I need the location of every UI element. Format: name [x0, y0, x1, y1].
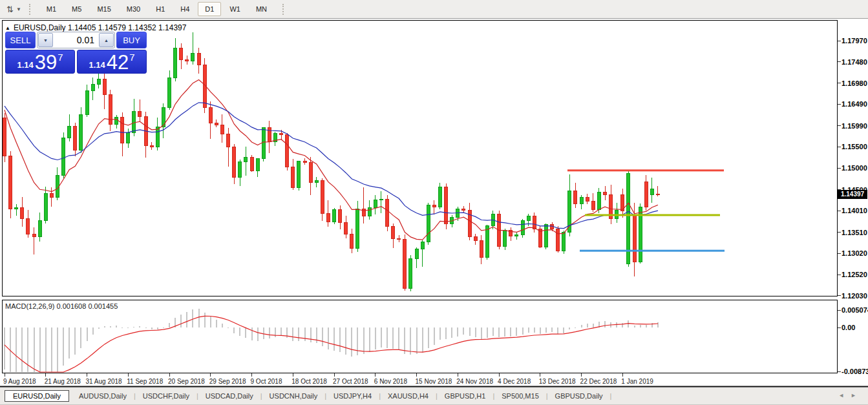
timeframe-button-H4[interactable]: H4	[173, 2, 196, 16]
sell-price-pip: 7	[58, 52, 63, 63]
buy-price-box[interactable]: 1.14 42 7	[77, 50, 147, 74]
tab-gbpusd-h1[interactable]: GBPUSD,H1	[438, 390, 492, 402]
sell-price-main: 39	[35, 53, 57, 72]
chart-tab-bar: EURUSD,DailyAUDUSD,Daily|USDCHF,Daily|US…	[0, 388, 868, 405]
arrows-icon: ⇅	[6, 5, 14, 14]
top-toolbar: ⇅ ▼ M1M5M15M30H1H4D1W1MN	[0, 0, 868, 19]
tab-separator: |	[134, 392, 136, 400]
sell-price-box[interactable]: 1.14 39 7	[5, 50, 75, 74]
sell-button[interactable]: SELL	[5, 32, 36, 48]
timeframe-button-M15[interactable]: M15	[90, 2, 118, 16]
buy-price-pip: 7	[129, 52, 134, 63]
tab-separator: |	[492, 392, 494, 400]
tab-gbpusd-daily[interactable]: GBPUSD,Daily	[549, 390, 609, 402]
tab-separator: |	[546, 392, 548, 400]
tab-usdjpy-h4[interactable]: USDJPY,H4	[327, 390, 378, 402]
macd-indicator-label: MACD(12,26,9) 0.001608 0.001455	[5, 302, 118, 310]
mt4-window: { "toolbar": { "chart_shift_icon": "arro…	[0, 0, 868, 405]
tab-scroll-right-icon[interactable]: ►	[851, 392, 863, 399]
tab-separator: |	[196, 392, 198, 400]
hline-support-blue[interactable]	[580, 250, 725, 252]
caret-down-icon: ▼	[43, 38, 48, 43]
collapse-chart-arrow-icon[interactable]: ▲	[5, 25, 10, 31]
tab-sp500-m15[interactable]: SP500,M15	[495, 390, 545, 402]
timeframe-button-M30[interactable]: M30	[120, 2, 147, 16]
buy-price-main: 42	[107, 53, 129, 72]
tab-separator: |	[260, 392, 262, 400]
tab-separator: |	[610, 392, 612, 400]
timeframe-button-M1[interactable]: M1	[39, 2, 63, 16]
timeframe-button-MN[interactable]: MN	[249, 2, 274, 16]
tab-separator: |	[379, 392, 381, 400]
timeframe-button-M5[interactable]: M5	[65, 2, 89, 16]
tab-separator: |	[324, 392, 326, 400]
tab-xauusd-h4[interactable]: XAUUSD,H4	[381, 390, 435, 402]
chart-shift-button[interactable]: ⇅ ▼	[6, 5, 21, 14]
tab-separator: |	[436, 392, 438, 400]
tab-usdcnh-daily[interactable]: USDCNH,Daily	[263, 390, 324, 402]
toolbar-grip	[29, 4, 33, 15]
caret-up-icon: ▲	[104, 38, 109, 43]
timeframe-button-D1[interactable]: D1	[198, 2, 221, 16]
toolbar-grip-2	[282, 4, 286, 15]
tab-scroll-arrows: ◄►	[838, 392, 863, 399]
one-click-trade-panel: SELL ▼ 0.01 ▲ BUY 1.14 39 7 1.14 42 7	[5, 32, 147, 74]
sell-price-prefix: 1.14	[17, 60, 33, 70]
tab-scroll-left-icon[interactable]: ◄	[838, 392, 851, 399]
chart-tabs: EURUSD,DailyAUDUSD,Daily|USDCHF,Daily|US…	[5, 390, 612, 402]
macd-pane	[3, 300, 838, 373]
buy-button[interactable]: BUY	[116, 32, 147, 48]
tab-eurusd-daily[interactable]: EURUSD,Daily	[5, 390, 69, 402]
tab-audusd-daily[interactable]: AUDUSD,Daily	[72, 390, 133, 402]
timeframe-button-W1[interactable]: W1	[222, 2, 248, 16]
chevron-down-icon: ▼	[16, 6, 21, 12]
tab-usdchf-daily[interactable]: USDCHF,Daily	[136, 390, 196, 402]
lot-increase-button[interactable]: ▲	[99, 33, 114, 47]
lot-decrease-button[interactable]: ▼	[38, 33, 53, 47]
lot-size-control: ▼ 0.01 ▲	[37, 32, 115, 48]
timeframe-toolbar: M1M5M15M30H1H4D1W1MN	[39, 2, 275, 16]
current-price-badge: 1.14397	[838, 190, 867, 199]
chart-title: ▲EURUSD,Daily 1.14405 1.14579 1.14352 1.…	[5, 23, 186, 32]
buy-price-prefix: 1.14	[89, 60, 105, 70]
hline-resistance-red[interactable]	[567, 169, 724, 171]
timeframe-button-H1[interactable]: H1	[149, 2, 172, 16]
tab-usdcad-daily[interactable]: USDCAD,Daily	[199, 390, 260, 402]
chart-symbol-title: EURUSD,Daily 1.14405 1.14579 1.14352 1.1…	[14, 23, 187, 32]
hline-level-olive[interactable]	[585, 214, 720, 216]
lot-size-value[interactable]: 0.01	[54, 32, 98, 48]
